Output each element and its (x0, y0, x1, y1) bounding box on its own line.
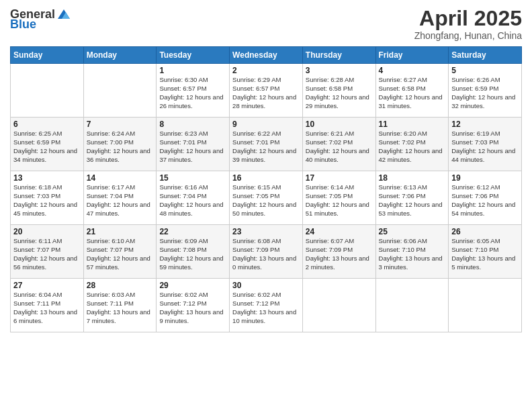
day-number: 8 (159, 120, 226, 129)
calendar-cell: 12Sunrise: 6:19 AMSunset: 7:03 PMDayligh… (449, 118, 522, 171)
day-info: Sunrise: 6:17 AMSunset: 7:04 PMDaylight:… (87, 183, 154, 218)
day-info: Sunrise: 6:21 AMSunset: 7:02 PMDaylight:… (306, 130, 373, 164)
day-number: 7 (87, 120, 154, 129)
weekday-header-wednesday: Wednesday (230, 47, 303, 64)
calendar-cell (375, 279, 449, 332)
day-info: Sunrise: 6:05 AMSunset: 7:10 PMDaylight:… (451, 237, 519, 271)
calendar-cell: 3Sunrise: 6:28 AMSunset: 6:58 PMDaylight… (302, 64, 375, 118)
calendar-week-1: 1Sunrise: 6:30 AMSunset: 6:57 PMDaylight… (11, 64, 522, 118)
weekday-header-saturday: Saturday (449, 47, 522, 64)
day-info: Sunrise: 6:08 AMSunset: 7:09 PMDaylight:… (232, 237, 300, 271)
day-info: Sunrise: 6:11 AMSunset: 7:07 PMDaylight:… (13, 237, 81, 271)
header-row: SundayMondayTuesdayWednesdayThursdayFrid… (11, 47, 522, 64)
day-number: 10 (306, 120, 373, 129)
day-number: 3 (306, 66, 373, 75)
calendar-cell: 1Sunrise: 6:30 AMSunset: 6:57 PMDaylight… (157, 64, 230, 118)
calendar-cell: 18Sunrise: 6:13 AMSunset: 7:06 PMDayligh… (375, 171, 449, 225)
day-info: Sunrise: 6:18 AMSunset: 7:03 PMDaylight:… (13, 183, 81, 218)
day-number: 9 (232, 120, 300, 129)
weekday-header-sunday: Sunday (11, 47, 84, 64)
day-info: Sunrise: 6:19 AMSunset: 7:03 PMDaylight:… (451, 130, 519, 164)
calendar-cell (302, 279, 375, 332)
day-number: 30 (232, 281, 300, 290)
calendar-cell: 25Sunrise: 6:06 AMSunset: 7:10 PMDayligh… (375, 225, 449, 279)
day-number: 6 (13, 120, 81, 129)
day-number: 21 (87, 227, 154, 236)
day-info: Sunrise: 6:24 AMSunset: 7:00 PMDaylight:… (87, 130, 154, 164)
day-number: 28 (87, 281, 154, 290)
calendar-cell: 8Sunrise: 6:23 AMSunset: 7:01 PMDaylight… (157, 118, 230, 171)
day-number: 23 (232, 227, 300, 236)
day-info: Sunrise: 6:03 AMSunset: 7:11 PMDaylight:… (87, 291, 154, 325)
day-number: 11 (379, 120, 446, 129)
calendar-cell: 5Sunrise: 6:26 AMSunset: 6:59 PMDaylight… (449, 64, 522, 118)
day-info: Sunrise: 6:09 AMSunset: 7:08 PMDaylight:… (159, 237, 226, 271)
calendar-cell: 27Sunrise: 6:04 AMSunset: 7:11 PMDayligh… (11, 279, 84, 332)
calendar-week-4: 20Sunrise: 6:11 AMSunset: 7:07 PMDayligh… (11, 225, 522, 279)
day-number: 29 (159, 281, 226, 290)
calendar-cell: 4Sunrise: 6:27 AMSunset: 6:58 PMDaylight… (375, 64, 449, 118)
calendar-cell: 26Sunrise: 6:05 AMSunset: 7:10 PMDayligh… (449, 225, 522, 279)
day-number: 19 (451, 173, 519, 183)
location: Zhongfang, Hunan, China (414, 30, 522, 41)
calendar-cell: 13Sunrise: 6:18 AMSunset: 7:03 PMDayligh… (11, 171, 84, 225)
calendar-week-2: 6Sunrise: 6:25 AMSunset: 6:59 PMDaylight… (11, 118, 522, 171)
calendar-cell: 28Sunrise: 6:03 AMSunset: 7:11 PMDayligh… (83, 279, 157, 332)
title-block: April 2025 Zhongfang, Hunan, China (414, 7, 522, 41)
calendar-cell: 19Sunrise: 6:12 AMSunset: 7:06 PMDayligh… (449, 171, 522, 225)
calendar-cell (449, 279, 522, 332)
day-info: Sunrise: 6:29 AMSunset: 6:57 PMDaylight:… (232, 76, 300, 110)
day-info: Sunrise: 6:22 AMSunset: 7:01 PMDaylight:… (232, 130, 300, 164)
day-info: Sunrise: 6:13 AMSunset: 7:06 PMDaylight:… (379, 183, 446, 218)
calendar-cell (11, 64, 84, 118)
day-info: Sunrise: 6:12 AMSunset: 7:06 PMDaylight:… (451, 183, 519, 218)
calendar-cell: 16Sunrise: 6:15 AMSunset: 7:05 PMDayligh… (230, 171, 303, 225)
header: General Blue April 2025 Zhongfang, Hunan… (10, 7, 522, 41)
day-info: Sunrise: 6:16 AMSunset: 7:04 PMDaylight:… (159, 183, 226, 218)
calendar-cell: 6Sunrise: 6:25 AMSunset: 6:59 PMDaylight… (11, 118, 84, 171)
day-info: Sunrise: 6:15 AMSunset: 7:05 PMDaylight:… (232, 183, 300, 218)
day-info: Sunrise: 6:20 AMSunset: 7:02 PMDaylight:… (379, 130, 446, 164)
day-info: Sunrise: 6:14 AMSunset: 7:05 PMDaylight:… (306, 183, 373, 218)
calendar-cell: 15Sunrise: 6:16 AMSunset: 7:04 PMDayligh… (157, 171, 230, 225)
calendar-cell: 10Sunrise: 6:21 AMSunset: 7:02 PMDayligh… (302, 118, 375, 171)
day-number: 26 (451, 227, 519, 236)
calendar-cell (83, 64, 157, 118)
day-info: Sunrise: 6:07 AMSunset: 7:09 PMDaylight:… (306, 237, 373, 271)
day-info: Sunrise: 6:28 AMSunset: 6:58 PMDaylight:… (306, 76, 373, 110)
calendar-week-5: 27Sunrise: 6:04 AMSunset: 7:11 PMDayligh… (11, 279, 522, 332)
day-number: 2 (232, 66, 300, 75)
day-number: 5 (451, 66, 519, 75)
calendar-cell: 11Sunrise: 6:20 AMSunset: 7:02 PMDayligh… (375, 118, 449, 171)
day-info: Sunrise: 6:02 AMSunset: 7:12 PMDaylight:… (159, 291, 226, 325)
calendar-cell: 7Sunrise: 6:24 AMSunset: 7:00 PMDaylight… (83, 118, 157, 171)
day-number: 12 (451, 120, 519, 129)
day-info: Sunrise: 6:27 AMSunset: 6:58 PMDaylight:… (379, 76, 446, 110)
weekday-header-monday: Monday (83, 47, 157, 64)
calendar-table: SundayMondayTuesdayWednesdayThursdayFrid… (10, 46, 522, 332)
day-number: 18 (379, 173, 446, 183)
calendar-cell: 20Sunrise: 6:11 AMSunset: 7:07 PMDayligh… (11, 225, 84, 279)
day-number: 4 (379, 66, 446, 75)
logo: General Blue (10, 7, 71, 32)
day-number: 13 (13, 173, 81, 183)
calendar-cell: 24Sunrise: 6:07 AMSunset: 7:09 PMDayligh… (302, 225, 375, 279)
day-number: 20 (13, 227, 81, 236)
calendar-cell: 29Sunrise: 6:02 AMSunset: 7:12 PMDayligh… (157, 279, 230, 332)
day-info: Sunrise: 6:26 AMSunset: 6:59 PMDaylight:… (451, 76, 519, 110)
day-info: Sunrise: 6:04 AMSunset: 7:11 PMDaylight:… (13, 291, 81, 325)
page: General Blue April 2025 Zhongfang, Hunan… (0, 0, 532, 411)
day-info: Sunrise: 6:02 AMSunset: 7:12 PMDaylight:… (232, 291, 300, 325)
day-number: 14 (87, 173, 154, 183)
day-info: Sunrise: 6:06 AMSunset: 7:10 PMDaylight:… (379, 237, 446, 271)
weekday-header-tuesday: Tuesday (157, 47, 230, 64)
logo-blue-text: Blue (10, 17, 36, 32)
calendar-cell: 14Sunrise: 6:17 AMSunset: 7:04 PMDayligh… (83, 171, 157, 225)
day-number: 1 (159, 66, 226, 75)
month-title: April 2025 (414, 7, 522, 30)
logo-icon (56, 7, 71, 21)
calendar-week-3: 13Sunrise: 6:18 AMSunset: 7:03 PMDayligh… (11, 171, 522, 225)
day-number: 16 (232, 173, 300, 183)
day-info: Sunrise: 6:10 AMSunset: 7:07 PMDaylight:… (87, 237, 154, 271)
day-info: Sunrise: 6:23 AMSunset: 7:01 PMDaylight:… (159, 130, 226, 164)
